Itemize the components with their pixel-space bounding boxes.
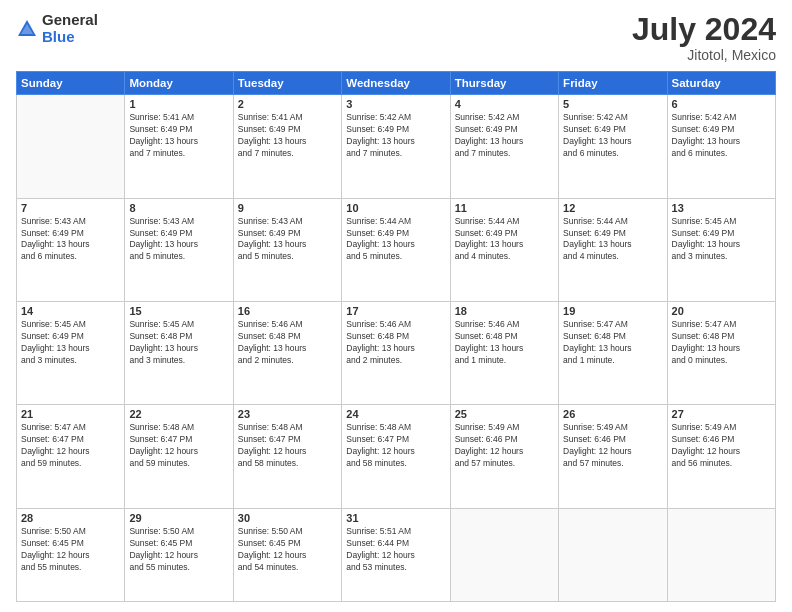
day-info: Sunrise: 5:47 AM Sunset: 6:47 PM Dayligh…: [21, 422, 120, 470]
day-info: Sunrise: 5:44 AM Sunset: 6:49 PM Dayligh…: [563, 216, 662, 264]
calendar-week-row: 14Sunrise: 5:45 AM Sunset: 6:49 PM Dayli…: [17, 302, 776, 405]
day-info: Sunrise: 5:50 AM Sunset: 6:45 PM Dayligh…: [238, 526, 337, 574]
calendar-header-cell: Monday: [125, 72, 233, 95]
day-number: 17: [346, 305, 445, 317]
day-info: Sunrise: 5:46 AM Sunset: 6:48 PM Dayligh…: [238, 319, 337, 367]
calendar-week-row: 7Sunrise: 5:43 AM Sunset: 6:49 PM Daylig…: [17, 198, 776, 301]
calendar-cell: 29Sunrise: 5:50 AM Sunset: 6:45 PM Dayli…: [125, 508, 233, 601]
day-info: Sunrise: 5:49 AM Sunset: 6:46 PM Dayligh…: [563, 422, 662, 470]
day-info: Sunrise: 5:49 AM Sunset: 6:46 PM Dayligh…: [455, 422, 554, 470]
calendar-header-cell: Wednesday: [342, 72, 450, 95]
day-number: 15: [129, 305, 228, 317]
calendar-cell: 3Sunrise: 5:42 AM Sunset: 6:49 PM Daylig…: [342, 95, 450, 198]
calendar-cell: 26Sunrise: 5:49 AM Sunset: 6:46 PM Dayli…: [559, 405, 667, 508]
calendar-cell: 28Sunrise: 5:50 AM Sunset: 6:45 PM Dayli…: [17, 508, 125, 601]
calendar-header-cell: Tuesday: [233, 72, 341, 95]
day-info: Sunrise: 5:48 AM Sunset: 6:47 PM Dayligh…: [129, 422, 228, 470]
logo: General Blue: [16, 12, 98, 45]
day-number: 11: [455, 202, 554, 214]
calendar-cell: 13Sunrise: 5:45 AM Sunset: 6:49 PM Dayli…: [667, 198, 775, 301]
day-number: 21: [21, 408, 120, 420]
month-title: July 2024: [632, 12, 776, 47]
day-number: 16: [238, 305, 337, 317]
calendar-week-row: 1Sunrise: 5:41 AM Sunset: 6:49 PM Daylig…: [17, 95, 776, 198]
calendar-cell: 7Sunrise: 5:43 AM Sunset: 6:49 PM Daylig…: [17, 198, 125, 301]
calendar-header-cell: Thursday: [450, 72, 558, 95]
calendar-cell: 1Sunrise: 5:41 AM Sunset: 6:49 PM Daylig…: [125, 95, 233, 198]
day-number: 7: [21, 202, 120, 214]
calendar-week-row: 21Sunrise: 5:47 AM Sunset: 6:47 PM Dayli…: [17, 405, 776, 508]
day-info: Sunrise: 5:50 AM Sunset: 6:45 PM Dayligh…: [129, 526, 228, 574]
logo-blue: Blue: [42, 29, 98, 46]
day-number: 20: [672, 305, 771, 317]
day-info: Sunrise: 5:48 AM Sunset: 6:47 PM Dayligh…: [238, 422, 337, 470]
calendar-cell: 17Sunrise: 5:46 AM Sunset: 6:48 PM Dayli…: [342, 302, 450, 405]
calendar-body: 1Sunrise: 5:41 AM Sunset: 6:49 PM Daylig…: [17, 95, 776, 602]
day-number: 5: [563, 98, 662, 110]
day-info: Sunrise: 5:45 AM Sunset: 6:49 PM Dayligh…: [672, 216, 771, 264]
calendar-cell: [559, 508, 667, 601]
day-info: Sunrise: 5:48 AM Sunset: 6:47 PM Dayligh…: [346, 422, 445, 470]
day-info: Sunrise: 5:50 AM Sunset: 6:45 PM Dayligh…: [21, 526, 120, 574]
day-number: 29: [129, 512, 228, 524]
day-info: Sunrise: 5:46 AM Sunset: 6:48 PM Dayligh…: [346, 319, 445, 367]
day-number: 22: [129, 408, 228, 420]
calendar-cell: 9Sunrise: 5:43 AM Sunset: 6:49 PM Daylig…: [233, 198, 341, 301]
calendar-cell: 25Sunrise: 5:49 AM Sunset: 6:46 PM Dayli…: [450, 405, 558, 508]
calendar-cell: 12Sunrise: 5:44 AM Sunset: 6:49 PM Dayli…: [559, 198, 667, 301]
header: General Blue July 2024 Jitotol, Mexico: [16, 12, 776, 63]
logo-general: General: [42, 12, 98, 29]
day-number: 30: [238, 512, 337, 524]
calendar-cell: 5Sunrise: 5:42 AM Sunset: 6:49 PM Daylig…: [559, 95, 667, 198]
day-number: 19: [563, 305, 662, 317]
day-number: 18: [455, 305, 554, 317]
day-number: 31: [346, 512, 445, 524]
day-info: Sunrise: 5:43 AM Sunset: 6:49 PM Dayligh…: [129, 216, 228, 264]
calendar-cell: [450, 508, 558, 601]
calendar: SundayMondayTuesdayWednesdayThursdayFrid…: [16, 71, 776, 602]
day-info: Sunrise: 5:51 AM Sunset: 6:44 PM Dayligh…: [346, 526, 445, 574]
day-info: Sunrise: 5:42 AM Sunset: 6:49 PM Dayligh…: [672, 112, 771, 160]
calendar-cell: 19Sunrise: 5:47 AM Sunset: 6:48 PM Dayli…: [559, 302, 667, 405]
calendar-header-cell: Friday: [559, 72, 667, 95]
day-info: Sunrise: 5:41 AM Sunset: 6:49 PM Dayligh…: [129, 112, 228, 160]
calendar-cell: 2Sunrise: 5:41 AM Sunset: 6:49 PM Daylig…: [233, 95, 341, 198]
calendar-cell: 16Sunrise: 5:46 AM Sunset: 6:48 PM Dayli…: [233, 302, 341, 405]
day-number: 3: [346, 98, 445, 110]
day-info: Sunrise: 5:42 AM Sunset: 6:49 PM Dayligh…: [563, 112, 662, 160]
calendar-cell: [667, 508, 775, 601]
day-number: 23: [238, 408, 337, 420]
calendar-header-cell: Saturday: [667, 72, 775, 95]
day-number: 4: [455, 98, 554, 110]
calendar-cell: 22Sunrise: 5:48 AM Sunset: 6:47 PM Dayli…: [125, 405, 233, 508]
day-info: Sunrise: 5:42 AM Sunset: 6:49 PM Dayligh…: [455, 112, 554, 160]
day-number: 14: [21, 305, 120, 317]
day-info: Sunrise: 5:43 AM Sunset: 6:49 PM Dayligh…: [21, 216, 120, 264]
calendar-cell: 11Sunrise: 5:44 AM Sunset: 6:49 PM Dayli…: [450, 198, 558, 301]
calendar-cell: 14Sunrise: 5:45 AM Sunset: 6:49 PM Dayli…: [17, 302, 125, 405]
location: Jitotol, Mexico: [632, 47, 776, 63]
calendar-cell: 31Sunrise: 5:51 AM Sunset: 6:44 PM Dayli…: [342, 508, 450, 601]
day-number: 6: [672, 98, 771, 110]
calendar-cell: 27Sunrise: 5:49 AM Sunset: 6:46 PM Dayli…: [667, 405, 775, 508]
calendar-cell: 15Sunrise: 5:45 AM Sunset: 6:48 PM Dayli…: [125, 302, 233, 405]
day-number: 1: [129, 98, 228, 110]
day-number: 9: [238, 202, 337, 214]
day-number: 10: [346, 202, 445, 214]
page: General Blue July 2024 Jitotol, Mexico S…: [0, 0, 792, 612]
day-info: Sunrise: 5:42 AM Sunset: 6:49 PM Dayligh…: [346, 112, 445, 160]
day-info: Sunrise: 5:45 AM Sunset: 6:49 PM Dayligh…: [21, 319, 120, 367]
day-info: Sunrise: 5:41 AM Sunset: 6:49 PM Dayligh…: [238, 112, 337, 160]
day-info: Sunrise: 5:46 AM Sunset: 6:48 PM Dayligh…: [455, 319, 554, 367]
calendar-header-cell: Sunday: [17, 72, 125, 95]
day-number: 27: [672, 408, 771, 420]
logo-text: General Blue: [42, 12, 98, 45]
calendar-cell: 20Sunrise: 5:47 AM Sunset: 6:48 PM Dayli…: [667, 302, 775, 405]
calendar-week-row: 28Sunrise: 5:50 AM Sunset: 6:45 PM Dayli…: [17, 508, 776, 601]
calendar-cell: 10Sunrise: 5:44 AM Sunset: 6:49 PM Dayli…: [342, 198, 450, 301]
day-number: 25: [455, 408, 554, 420]
calendar-cell: 18Sunrise: 5:46 AM Sunset: 6:48 PM Dayli…: [450, 302, 558, 405]
day-info: Sunrise: 5:45 AM Sunset: 6:48 PM Dayligh…: [129, 319, 228, 367]
day-info: Sunrise: 5:44 AM Sunset: 6:49 PM Dayligh…: [455, 216, 554, 264]
day-info: Sunrise: 5:47 AM Sunset: 6:48 PM Dayligh…: [672, 319, 771, 367]
